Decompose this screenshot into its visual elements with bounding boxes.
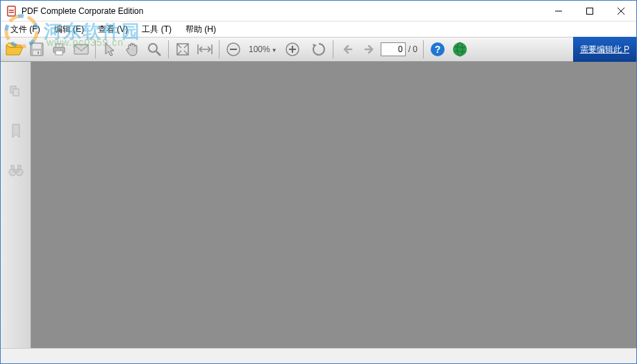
select-tool-button[interactable] <box>99 39 120 60</box>
zoom-tool-button[interactable] <box>144 39 165 60</box>
svg-rect-33 <box>13 89 19 96</box>
fit-width-icon <box>197 43 213 56</box>
menu-tools[interactable]: 工具 (T) <box>135 22 179 37</box>
help-icon: ? <box>430 42 445 57</box>
toolbar-separator <box>168 40 169 58</box>
zoom-level-dropdown[interactable]: 100%▼ <box>245 44 281 54</box>
hand-icon <box>124 42 140 57</box>
svg-rect-11 <box>33 51 40 55</box>
svg-rect-38 <box>14 169 18 172</box>
next-page-button[interactable] <box>359 39 380 60</box>
svg-rect-36 <box>11 165 14 169</box>
svg-rect-3 <box>9 10 14 11</box>
web-button[interactable] <box>449 39 470 60</box>
cursor-icon <box>104 42 116 57</box>
arrow-left-icon <box>340 43 354 56</box>
hand-tool-button[interactable] <box>122 39 142 60</box>
menu-edit[interactable]: 编辑 (E) <box>47 22 91 37</box>
minus-circle-icon <box>226 42 241 57</box>
svg-rect-12 <box>38 51 39 54</box>
printer-icon <box>51 42 67 57</box>
globe-icon <box>452 42 468 57</box>
menubar: 文件 (F) 编辑 (E) 查看 (V) 工具 (T) 帮助 (H) <box>1 22 636 37</box>
svg-rect-14 <box>56 44 63 47</box>
chevron-down-icon: ▼ <box>272 47 277 53</box>
thumbnails-icon <box>8 85 24 100</box>
fit-width-button[interactable] <box>195 39 215 60</box>
toolbar-separator <box>219 40 220 58</box>
svg-text:?: ? <box>435 44 441 55</box>
menu-file[interactable]: 文件 (F) <box>3 22 47 37</box>
print-button[interactable] <box>49 39 69 60</box>
fit-page-icon <box>175 42 190 57</box>
svg-rect-15 <box>56 51 63 55</box>
menu-help[interactable]: 帮助 (H) <box>179 22 223 37</box>
email-button[interactable] <box>71 39 92 60</box>
svg-point-30 <box>453 42 467 56</box>
rotate-icon <box>311 42 326 57</box>
titlebar: PDF Complete Corporate Edition <box>1 1 636 22</box>
zoom-in-button[interactable] <box>282 39 303 60</box>
page-total-label: / 0 <box>408 44 417 54</box>
search-panel-button[interactable] <box>6 160 26 180</box>
thumbnails-panel-button[interactable] <box>6 83 26 102</box>
sidebar <box>1 62 31 348</box>
bookmark-icon <box>10 123 22 140</box>
app-icon <box>6 6 17 17</box>
zoom-value: 100% <box>249 44 270 54</box>
page-number-input[interactable] <box>381 42 406 56</box>
menu-view[interactable]: 查看 (V) <box>91 22 135 37</box>
toolbar-separator <box>333 40 333 58</box>
save-button[interactable] <box>26 39 47 60</box>
close-button[interactable] <box>605 1 636 21</box>
svg-rect-4 <box>9 12 14 13</box>
document-viewport[interactable] <box>31 62 636 348</box>
statusbar <box>1 348 636 363</box>
main-area <box>1 62 636 348</box>
window-title: PDF Complete Corporate Edition <box>22 6 543 16</box>
binoculars-icon <box>8 163 24 177</box>
toolbar: 100%▼ / 0 ? <box>1 37 636 62</box>
svg-line-18 <box>156 51 160 56</box>
magnifier-icon <box>147 42 162 57</box>
svg-rect-10 <box>33 44 41 49</box>
fit-page-button[interactable] <box>172 39 193 60</box>
minimize-button[interactable] <box>543 1 574 21</box>
help-button[interactable]: ? <box>427 39 448 60</box>
edit-pdf-banner[interactable]: 需要编辑此 P <box>573 37 636 62</box>
plus-circle-icon <box>285 42 300 57</box>
open-button[interactable] <box>4 39 25 60</box>
svg-point-17 <box>149 44 157 52</box>
bookmarks-panel-button[interactable] <box>6 122 26 141</box>
folder-open-icon <box>6 42 24 57</box>
svg-rect-16 <box>74 44 88 54</box>
envelope-icon <box>74 43 89 56</box>
svg-rect-6 <box>586 8 593 14</box>
prev-page-button[interactable] <box>337 39 358 60</box>
toolbar-separator <box>95 40 96 58</box>
zoom-out-button[interactable] <box>223 39 244 60</box>
svg-rect-37 <box>18 165 21 169</box>
rotate-button[interactable] <box>308 39 329 60</box>
arrow-right-icon <box>363 43 377 56</box>
save-icon <box>29 42 44 57</box>
toolbar-separator <box>423 40 424 58</box>
svg-rect-2 <box>8 6 15 16</box>
maximize-button[interactable] <box>574 1 605 21</box>
